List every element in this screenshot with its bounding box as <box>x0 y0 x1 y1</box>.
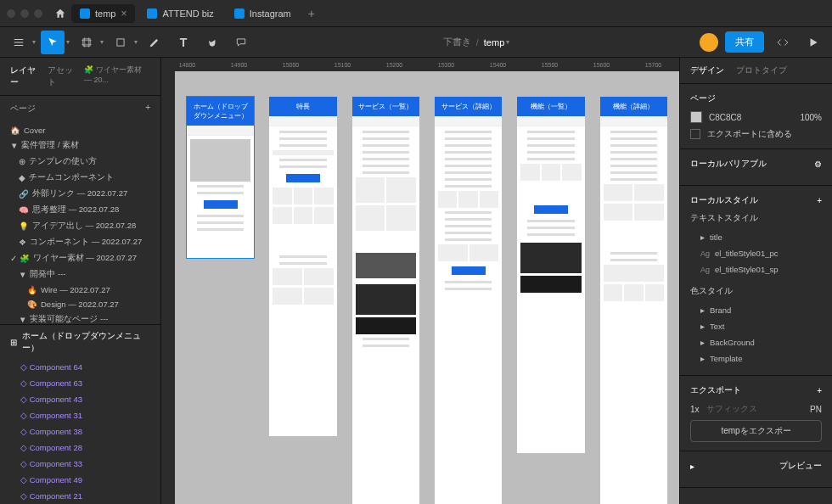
component-item[interactable]: ◇ Component 64 <box>0 359 160 375</box>
style-item[interactable]: Agel_titleStyle01_sp <box>690 261 822 277</box>
comment-tool[interactable] <box>229 31 253 54</box>
chevron-down-icon: ▾ <box>100 38 104 46</box>
frame-service-list[interactable]: サービス（一覧） <box>352 97 419 504</box>
component-item[interactable]: ◇ Component 21 <box>0 488 160 504</box>
local-vars-section[interactable]: ローカルバリアブル⚙ <box>680 149 832 186</box>
tab-temp[interactable]: temp × <box>71 4 135 23</box>
layer-item[interactable]: 🎨Design — 2022.07.27 <box>0 297 160 311</box>
hand-tool[interactable] <box>200 31 224 54</box>
layer-item[interactable]: ▼実装可能なページ --- <box>0 311 160 324</box>
layer-item[interactable]: ✓ 🧩ワイヤー素材 — 2022.07.27 <box>0 250 160 266</box>
component-item[interactable]: ◇ Component 31 <box>0 407 160 423</box>
style-item[interactable]: ▸ Brand <box>690 302 822 318</box>
tab-label: ATTEND biz <box>162 8 213 19</box>
export-suffix[interactable]: サフィックス <box>706 403 804 415</box>
doc-prefix: 下書き <box>443 36 471 48</box>
frame-features[interactable]: 特長 <box>269 97 336 436</box>
style-item[interactable]: ▸ title <box>690 229 822 245</box>
component-item[interactable]: ◇ Component 33 <box>0 456 160 472</box>
layer-item[interactable]: 💡アイデア出し — 2022.07.28 <box>0 218 160 234</box>
layer-item[interactable]: 🏠Cover <box>0 123 160 137</box>
settings-icon[interactable]: ⚙ <box>814 160 822 169</box>
component-item[interactable]: ◇ Component 28 <box>0 440 160 456</box>
checkbox[interactable] <box>690 129 700 139</box>
color-styles-label: 色スタイル <box>690 286 822 297</box>
layer-item[interactable]: ▼案件管理 / 素材 <box>0 137 160 154</box>
chevron-down-icon[interactable]: ▾ <box>506 38 509 46</box>
layer-item[interactable]: ⊕テンプレの使い方 <box>0 154 160 170</box>
hex-value[interactable]: C8C8C8 <box>709 113 741 122</box>
export-scale[interactable]: 1x <box>690 405 700 414</box>
style-item[interactable]: ▸ Template <box>690 350 822 367</box>
component-item[interactable]: ◇ Component 49 <box>0 472 160 488</box>
new-tab-button[interactable]: + <box>303 7 320 20</box>
export-format[interactable]: PN <box>810 405 822 414</box>
tab-prototype[interactable]: プロトタイプ <box>736 64 787 76</box>
chevron-down-icon: ▾ <box>134 38 138 46</box>
component-item[interactable]: ◇ Component 38 <box>0 423 160 440</box>
left-panel: レイヤー アセット 🧩 ワイヤー素材 — 20... ページ + 🏠Cover … <box>0 58 161 504</box>
layer-item[interactable]: ◆チームコンポーネント <box>0 170 160 186</box>
doc-name[interactable]: temp <box>484 37 504 48</box>
tab-layers[interactable]: レイヤー <box>10 64 37 88</box>
titlebar: temp × ATTEND biz Instagram + <box>0 0 832 27</box>
pen-tool[interactable] <box>143 31 166 54</box>
style-item[interactable]: ▸ BackGround <box>690 334 822 350</box>
text-styles-label: テキストスタイル <box>690 213 822 224</box>
dev-mode-button[interactable] <box>771 31 795 54</box>
layer-item[interactable]: 🔥Wire — 2022.07.27 <box>0 283 160 297</box>
figma-icon[interactable] <box>53 6 68 21</box>
ruler-horizontal: 1480014900150001510015200153001540015500… <box>161 58 679 71</box>
layer-item[interactable]: ❖コンポーネント — 2022.07.27 <box>0 234 160 250</box>
menu-button[interactable] <box>7 31 31 54</box>
layer-item[interactable]: 🔗外部リンク — 2022.07.27 <box>0 186 160 202</box>
close-icon[interactable]: × <box>121 8 126 20</box>
file-dropdown[interactable]: 🧩 ワイヤー素材 — 20... <box>84 64 150 88</box>
file-icon <box>234 8 245 19</box>
include-export-row[interactable]: エクスポートに含める <box>690 128 822 140</box>
color-swatch[interactable] <box>690 111 702 123</box>
canvas[interactable]: 1480014900150001510015200153001540015500… <box>161 58 679 504</box>
toolbar: ▾ ▾ ▾ ▾ T 下書き / temp ▾ 共有 <box>0 27 832 58</box>
frame-title: ホーム（ドロップダウンメニュー） <box>187 97 254 126</box>
add-page-button[interactable]: + <box>145 103 150 115</box>
export-button[interactable]: tempをエクスポー <box>690 420 822 442</box>
tab-design[interactable]: デザイン <box>690 64 724 76</box>
add-button[interactable]: + <box>817 196 822 205</box>
style-item[interactable]: Agel_titleStyle01_pc <box>690 245 822 261</box>
tab-attend[interactable]: ATTEND biz <box>138 5 222 22</box>
window-controls[interactable] <box>7 9 42 18</box>
present-button[interactable] <box>801 31 825 54</box>
frame-home[interactable]: ホーム（ドロップダウンメニュー） <box>187 97 254 258</box>
layers-list: 🏠Cover ▼案件管理 / 素材 ⊕テンプレの使い方 ◆チームコンポーネント … <box>0 121 160 324</box>
opacity-value[interactable]: 100% <box>800 113 822 122</box>
layer-item[interactable]: 🧠思考整理 — 2022.07.28 <box>0 202 160 218</box>
tab-label: temp <box>95 8 115 19</box>
tab-assets[interactable]: アセット <box>48 64 75 88</box>
style-item[interactable]: ▸ Text <box>690 318 822 334</box>
frame-function-detail[interactable]: 機能（詳細） <box>600 97 667 504</box>
preview-section[interactable]: ▸ プレビュー <box>680 451 832 488</box>
selected-frame-label[interactable]: ⊞ホーム（ドロップダウンメニュー） <box>0 325 160 359</box>
add-button[interactable]: + <box>817 386 822 395</box>
shape-tool[interactable] <box>109 31 132 54</box>
chevron-down-icon: ▾ <box>66 38 70 46</box>
frame-function-list[interactable]: 機能（一覧） <box>517 97 584 453</box>
file-icon <box>80 8 90 19</box>
tab-instagram[interactable]: Instagram <box>226 5 300 22</box>
frame-service-detail[interactable]: サービス（詳細） <box>435 97 502 504</box>
svg-rect-0 <box>83 38 90 45</box>
share-button[interactable]: 共有 <box>725 31 764 53</box>
file-icon <box>147 8 157 19</box>
frame-tool[interactable] <box>75 31 98 54</box>
bg-color-row[interactable]: C8C8C8 100% <box>690 111 822 123</box>
move-tool[interactable] <box>41 31 65 54</box>
avatar[interactable] <box>700 33 718 52</box>
frame-title: サービス（詳細） <box>435 97 502 116</box>
component-item[interactable]: ◇ Component 63 <box>0 375 160 391</box>
chevron-down-icon: ▾ <box>32 38 36 46</box>
export-section: エクスポート+ 1x サフィックス PN tempをエクスポー <box>680 376 832 451</box>
component-item[interactable]: ◇ Component 43 <box>0 391 160 407</box>
text-tool[interactable]: T <box>171 31 195 54</box>
layer-item[interactable]: ▼開発中 --- <box>0 266 160 283</box>
